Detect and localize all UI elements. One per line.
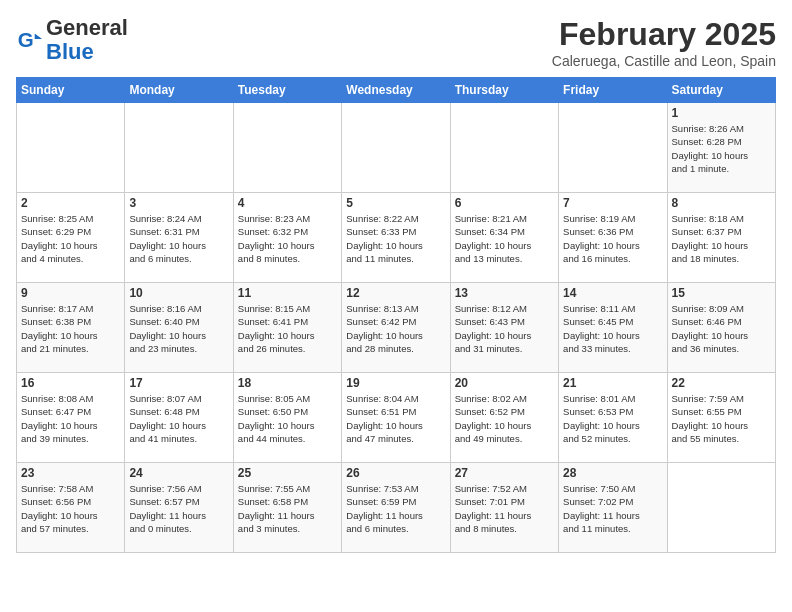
day-info: Sunrise: 8:13 AMSunset: 6:42 PMDaylight:… <box>346 302 445 355</box>
day-number: 12 <box>346 286 445 300</box>
calendar-day-cell <box>667 463 775 553</box>
day-number: 3 <box>129 196 228 210</box>
calendar-day-cell <box>17 103 125 193</box>
calendar-day-cell: 1Sunrise: 8:26 AMSunset: 6:28 PMDaylight… <box>667 103 775 193</box>
calendar-day-cell <box>125 103 233 193</box>
calendar-table: SundayMondayTuesdayWednesdayThursdayFrid… <box>16 77 776 553</box>
day-number: 15 <box>672 286 771 300</box>
calendar-day-cell: 12Sunrise: 8:13 AMSunset: 6:42 PMDayligh… <box>342 283 450 373</box>
day-number: 21 <box>563 376 662 390</box>
day-info: Sunrise: 8:24 AMSunset: 6:31 PMDaylight:… <box>129 212 228 265</box>
day-number: 9 <box>21 286 120 300</box>
day-number: 18 <box>238 376 337 390</box>
day-info: Sunrise: 8:25 AMSunset: 6:29 PMDaylight:… <box>21 212 120 265</box>
calendar-day-cell: 17Sunrise: 8:07 AMSunset: 6:48 PMDayligh… <box>125 373 233 463</box>
day-info: Sunrise: 8:19 AMSunset: 6:36 PMDaylight:… <box>563 212 662 265</box>
day-info: Sunrise: 8:23 AMSunset: 6:32 PMDaylight:… <box>238 212 337 265</box>
weekday-header-cell: Tuesday <box>233 78 341 103</box>
day-number: 6 <box>455 196 554 210</box>
day-number: 25 <box>238 466 337 480</box>
calendar-week-row: 23Sunrise: 7:58 AMSunset: 6:56 PMDayligh… <box>17 463 776 553</box>
calendar-day-cell: 25Sunrise: 7:55 AMSunset: 6:58 PMDayligh… <box>233 463 341 553</box>
day-info: Sunrise: 8:12 AMSunset: 6:43 PMDaylight:… <box>455 302 554 355</box>
day-info: Sunrise: 7:50 AMSunset: 7:02 PMDaylight:… <box>563 482 662 535</box>
day-info: Sunrise: 8:02 AMSunset: 6:52 PMDaylight:… <box>455 392 554 445</box>
calendar-day-cell: 5Sunrise: 8:22 AMSunset: 6:33 PMDaylight… <box>342 193 450 283</box>
calendar-day-cell: 20Sunrise: 8:02 AMSunset: 6:52 PMDayligh… <box>450 373 558 463</box>
day-info: Sunrise: 8:22 AMSunset: 6:33 PMDaylight:… <box>346 212 445 265</box>
day-info: Sunrise: 7:52 AMSunset: 7:01 PMDaylight:… <box>455 482 554 535</box>
calendar-day-cell: 10Sunrise: 8:16 AMSunset: 6:40 PMDayligh… <box>125 283 233 373</box>
weekday-header-row: SundayMondayTuesdayWednesdayThursdayFrid… <box>17 78 776 103</box>
day-number: 14 <box>563 286 662 300</box>
day-info: Sunrise: 7:53 AMSunset: 6:59 PMDaylight:… <box>346 482 445 535</box>
calendar-day-cell <box>559 103 667 193</box>
day-number: 27 <box>455 466 554 480</box>
month-year-title: February 2025 <box>552 16 776 53</box>
calendar-day-cell: 8Sunrise: 8:18 AMSunset: 6:37 PMDaylight… <box>667 193 775 283</box>
calendar-day-cell: 24Sunrise: 7:56 AMSunset: 6:57 PMDayligh… <box>125 463 233 553</box>
day-number: 16 <box>21 376 120 390</box>
calendar-week-row: 16Sunrise: 8:08 AMSunset: 6:47 PMDayligh… <box>17 373 776 463</box>
logo: G GeneralBlue <box>16 16 128 64</box>
calendar-day-cell: 3Sunrise: 8:24 AMSunset: 6:31 PMDaylight… <box>125 193 233 283</box>
day-info: Sunrise: 8:04 AMSunset: 6:51 PMDaylight:… <box>346 392 445 445</box>
day-number: 7 <box>563 196 662 210</box>
day-info: Sunrise: 8:05 AMSunset: 6:50 PMDaylight:… <box>238 392 337 445</box>
day-number: 10 <box>129 286 228 300</box>
day-number: 2 <box>21 196 120 210</box>
day-info: Sunrise: 7:56 AMSunset: 6:57 PMDaylight:… <box>129 482 228 535</box>
day-info: Sunrise: 7:59 AMSunset: 6:55 PMDaylight:… <box>672 392 771 445</box>
weekday-header-cell: Thursday <box>450 78 558 103</box>
calendar-day-cell: 23Sunrise: 7:58 AMSunset: 6:56 PMDayligh… <box>17 463 125 553</box>
weekday-header-cell: Monday <box>125 78 233 103</box>
calendar-day-cell: 18Sunrise: 8:05 AMSunset: 6:50 PMDayligh… <box>233 373 341 463</box>
calendar-day-cell: 14Sunrise: 8:11 AMSunset: 6:45 PMDayligh… <box>559 283 667 373</box>
page-header: G GeneralBlue February 2025 Caleruega, C… <box>16 16 776 69</box>
day-info: Sunrise: 8:17 AMSunset: 6:38 PMDaylight:… <box>21 302 120 355</box>
calendar-day-cell: 19Sunrise: 8:04 AMSunset: 6:51 PMDayligh… <box>342 373 450 463</box>
day-number: 8 <box>672 196 771 210</box>
calendar-day-cell: 28Sunrise: 7:50 AMSunset: 7:02 PMDayligh… <box>559 463 667 553</box>
day-info: Sunrise: 8:21 AMSunset: 6:34 PMDaylight:… <box>455 212 554 265</box>
calendar-day-cell: 26Sunrise: 7:53 AMSunset: 6:59 PMDayligh… <box>342 463 450 553</box>
day-info: Sunrise: 8:11 AMSunset: 6:45 PMDaylight:… <box>563 302 662 355</box>
title-block: February 2025 Caleruega, Castille and Le… <box>552 16 776 69</box>
calendar-body: 1Sunrise: 8:26 AMSunset: 6:28 PMDaylight… <box>17 103 776 553</box>
calendar-week-row: 9Sunrise: 8:17 AMSunset: 6:38 PMDaylight… <box>17 283 776 373</box>
svg-marker-1 <box>35 34 42 40</box>
calendar-day-cell: 7Sunrise: 8:19 AMSunset: 6:36 PMDaylight… <box>559 193 667 283</box>
calendar-day-cell: 2Sunrise: 8:25 AMSunset: 6:29 PMDaylight… <box>17 193 125 283</box>
day-info: Sunrise: 7:58 AMSunset: 6:56 PMDaylight:… <box>21 482 120 535</box>
day-info: Sunrise: 8:01 AMSunset: 6:53 PMDaylight:… <box>563 392 662 445</box>
weekday-header-cell: Sunday <box>17 78 125 103</box>
calendar-day-cell: 11Sunrise: 8:15 AMSunset: 6:41 PMDayligh… <box>233 283 341 373</box>
day-number: 1 <box>672 106 771 120</box>
calendar-day-cell: 4Sunrise: 8:23 AMSunset: 6:32 PMDaylight… <box>233 193 341 283</box>
calendar-day-cell: 16Sunrise: 8:08 AMSunset: 6:47 PMDayligh… <box>17 373 125 463</box>
weekday-header-cell: Wednesday <box>342 78 450 103</box>
day-info: Sunrise: 8:09 AMSunset: 6:46 PMDaylight:… <box>672 302 771 355</box>
day-info: Sunrise: 8:18 AMSunset: 6:37 PMDaylight:… <box>672 212 771 265</box>
day-number: 19 <box>346 376 445 390</box>
calendar-day-cell <box>450 103 558 193</box>
weekday-header-cell: Saturday <box>667 78 775 103</box>
day-number: 5 <box>346 196 445 210</box>
calendar-day-cell: 27Sunrise: 7:52 AMSunset: 7:01 PMDayligh… <box>450 463 558 553</box>
day-number: 26 <box>346 466 445 480</box>
day-info: Sunrise: 8:26 AMSunset: 6:28 PMDaylight:… <box>672 122 771 175</box>
day-number: 17 <box>129 376 228 390</box>
calendar-day-cell: 22Sunrise: 7:59 AMSunset: 6:55 PMDayligh… <box>667 373 775 463</box>
day-info: Sunrise: 8:16 AMSunset: 6:40 PMDaylight:… <box>129 302 228 355</box>
calendar-day-cell: 6Sunrise: 8:21 AMSunset: 6:34 PMDaylight… <box>450 193 558 283</box>
day-info: Sunrise: 7:55 AMSunset: 6:58 PMDaylight:… <box>238 482 337 535</box>
calendar-day-cell: 21Sunrise: 8:01 AMSunset: 6:53 PMDayligh… <box>559 373 667 463</box>
day-number: 20 <box>455 376 554 390</box>
day-info: Sunrise: 8:07 AMSunset: 6:48 PMDaylight:… <box>129 392 228 445</box>
day-number: 22 <box>672 376 771 390</box>
calendar-day-cell: 9Sunrise: 8:17 AMSunset: 6:38 PMDaylight… <box>17 283 125 373</box>
day-number: 28 <box>563 466 662 480</box>
day-number: 13 <box>455 286 554 300</box>
calendar-day-cell <box>233 103 341 193</box>
day-info: Sunrise: 8:15 AMSunset: 6:41 PMDaylight:… <box>238 302 337 355</box>
